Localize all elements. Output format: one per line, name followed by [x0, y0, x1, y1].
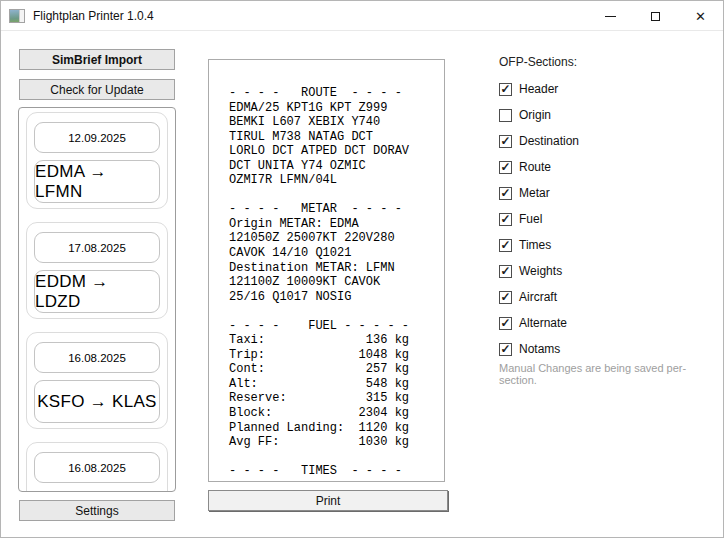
flightplan-date-button[interactable]: 16.08.2025 — [34, 342, 160, 373]
preview-line: TIRUL M738 NATAG DCT — [229, 130, 444, 145]
preview-line: Destination METAR: LFMN — [229, 261, 444, 276]
flightplan-date-button[interactable]: 12.09.2025 — [34, 122, 160, 153]
preview-line: - - - - TIMES - - - - — [229, 464, 444, 479]
preview-line — [229, 188, 444, 203]
preview-line: Taxi: 136 kg — [229, 333, 444, 348]
checkbox-row-header[interactable]: Header — [499, 79, 558, 99]
checkbox-metar[interactable] — [499, 187, 512, 200]
checkbox-label: Origin — [519, 108, 551, 122]
app-window: Flightplan Printer 1.0.4 ✕ SimBrief Impo… — [0, 0, 724, 538]
flightplan-card: 12.09.2025 EDMA → LFMN — [26, 112, 168, 209]
preview-line: 121050Z 25007KT 220V280 — [229, 231, 444, 246]
app-icon-pane — [19, 10, 24, 22]
checkbox-label: Times — [519, 238, 551, 252]
checkbox-header[interactable] — [499, 83, 512, 96]
maximize-icon — [651, 12, 660, 21]
checkbox-row-metar[interactable]: Metar — [499, 183, 550, 203]
checkbox-label: Destination — [519, 134, 579, 148]
print-button[interactable]: Print — [208, 490, 448, 511]
checkbox-row-notams[interactable]: Notams — [499, 339, 560, 359]
ofp-sections-label: OFP-Sections: — [499, 55, 577, 69]
checkbox-label: Notams — [519, 342, 560, 356]
flightplan-route-button[interactable]: EDMA → LFMN — [34, 160, 160, 203]
preview-line: CAVOK 14/10 Q1021 — [229, 246, 444, 261]
app-icon-pane — [10, 10, 19, 22]
preview-line: 25/16 Q1017 NOSIG — [229, 290, 444, 305]
preview-line: EDMA/25 KPT1G KPT Z999 — [229, 101, 444, 116]
window-controls: ✕ — [588, 1, 723, 31]
checkbox-label: Alternate — [519, 316, 567, 330]
per-section-note: Manual Changes are being saved per-secti… — [499, 362, 723, 386]
checkbox-weights[interactable] — [499, 265, 512, 278]
checkbox-origin[interactable] — [499, 109, 512, 122]
checkbox-label: Fuel — [519, 212, 542, 226]
preview-line: Planned Landing: 1120 kg — [229, 421, 444, 436]
settings-button[interactable]: Settings — [19, 500, 175, 521]
checkbox-destination[interactable] — [499, 135, 512, 148]
checkbox-row-route[interactable]: Route — [499, 157, 551, 177]
preview-line: - - - - METAR - - - - — [229, 202, 444, 217]
checkbox-row-destination[interactable]: Destination — [499, 131, 579, 151]
minimize-icon — [605, 16, 616, 17]
checkbox-row-times[interactable]: Times — [499, 235, 551, 255]
flightplan-card: 16.08.2025 — [26, 442, 168, 492]
close-button[interactable]: ✕ — [678, 1, 723, 31]
simbrief-import-button[interactable]: SimBrief Import — [19, 49, 175, 70]
window-title: Flightplan Printer 1.0.4 — [33, 9, 154, 23]
title-bar: Flightplan Printer 1.0.4 ✕ — [1, 1, 723, 31]
checkbox-aircraft[interactable] — [499, 291, 512, 304]
preview-line — [229, 450, 444, 465]
flightplan-route-button[interactable]: EDDM → LDZD — [34, 270, 160, 313]
checkbox-row-origin[interactable]: Origin — [499, 105, 551, 125]
preview-line: DCT UNITA Y74 OZMIC — [229, 159, 444, 174]
check-for-update-button[interactable]: Check for Update — [19, 79, 175, 100]
preview-line: BEMKI L607 XEBIX Y740 — [229, 115, 444, 130]
checkbox-label: Route — [519, 160, 551, 174]
minimize-button[interactable] — [588, 1, 633, 31]
preview-line: OZMI7R LFMN/04L — [229, 173, 444, 188]
checkbox-label: Metar — [519, 186, 550, 200]
preview-line: 121100Z 10009KT CAVOK — [229, 275, 444, 290]
checkbox-row-fuel[interactable]: Fuel — [499, 209, 542, 229]
checkbox-label: Weights — [519, 264, 562, 278]
preview-line: Avg FF: 1030 kg — [229, 435, 444, 450]
preview-line — [229, 304, 444, 319]
flightplan-list: 12.09.2025 EDMA → LFMN 17.08.2025 EDDM →… — [18, 107, 176, 492]
checkbox-notams[interactable] — [499, 343, 512, 356]
checkbox-row-weights[interactable]: Weights — [499, 261, 562, 281]
preview-line: Alt: 548 kg — [229, 377, 444, 392]
preview-line: - - - - ROUTE - - - - — [229, 86, 444, 101]
flightplan-date-button[interactable]: 17.08.2025 — [34, 232, 160, 263]
preview-line: - - - - FUEL - - - - - — [229, 319, 444, 334]
preview-line: Reserve: 315 kg — [229, 391, 444, 406]
close-icon: ✕ — [695, 10, 706, 23]
flightplan-date-button[interactable]: 16.08.2025 — [34, 452, 160, 483]
flightplan-card: 17.08.2025 EDDM → LDZD — [26, 222, 168, 319]
ofp-preview: - - - - ROUTE - - - - EDMA/25 KPT1G KPT … — [208, 59, 445, 482]
preview-line: Origin METAR: EDMA — [229, 217, 444, 232]
preview-line: Trip: 1048 kg — [229, 348, 444, 363]
preview-line: Cont: 257 kg — [229, 362, 444, 377]
preview-line: Block: 2304 kg — [229, 406, 444, 421]
preview-line: LORLO DCT ATPED DCT DORAV — [229, 144, 444, 159]
checkbox-row-alternate[interactable]: Alternate — [499, 313, 567, 333]
checkbox-route[interactable] — [499, 161, 512, 174]
checkbox-fuel[interactable] — [499, 213, 512, 226]
checkbox-alternate[interactable] — [499, 317, 512, 330]
maximize-button[interactable] — [633, 1, 678, 31]
app-icon — [9, 9, 25, 23]
checkbox-label: Aircraft — [519, 290, 557, 304]
flightplan-route-button[interactable]: KSFO → KLAS — [34, 380, 160, 423]
checkbox-row-aircraft[interactable]: Aircraft — [499, 287, 557, 307]
checkbox-label: Header — [519, 82, 558, 96]
flightplan-card: 16.08.2025 KSFO → KLAS — [26, 332, 168, 429]
checkbox-times[interactable] — [499, 239, 512, 252]
